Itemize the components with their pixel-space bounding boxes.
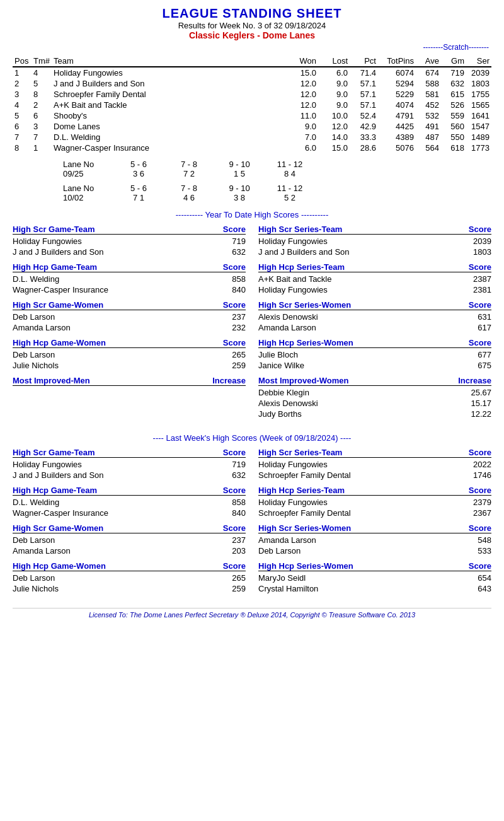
cell-totpins: 6074 — [378, 67, 416, 78]
score-category-label: High Scr Series-Team — [258, 224, 342, 234]
standings-body: 1 4 Holiday Fungowies 15.0 6.0 71.4 6074… — [13, 67, 491, 153]
score-block-header: High Scr Series-WomenScore — [258, 523, 491, 533]
score-name: Holiday Fungowies — [258, 498, 460, 507]
score-value: 237 — [214, 535, 246, 545]
cell-won: 7.0 — [287, 132, 318, 143]
score-block-header: High Hcp Series-TeamScore — [258, 262, 491, 272]
score-name: Holiday Fungowies — [13, 460, 214, 469]
score-category-label: High Scr Series-Women — [258, 300, 351, 310]
cell-team: Dome Lanes — [52, 121, 287, 132]
score-value: 533 — [460, 546, 491, 556]
cell-ave: 581 — [416, 89, 441, 100]
score-block: High Scr Game-WomenScoreDeb Larson237Ama… — [13, 300, 246, 333]
score-category-label: High Hcp Series-Team — [258, 486, 345, 495]
lane-label-2: Lane No — [63, 183, 113, 193]
score-name: Deb Larson — [258, 546, 460, 556]
score-block-header: Most Improved-MenIncrease — [13, 376, 246, 386]
standings-table: Pos Tm# Team Won Lost Pct TotPins Ave Gm… — [13, 55, 491, 153]
cell-ave: 452 — [416, 100, 441, 110]
score-name: Schroepfer Family Dental — [258, 508, 460, 518]
score-name: Deb Larson — [13, 535, 214, 545]
cell-pos: 5 — [13, 110, 32, 121]
score-name: Deb Larson — [13, 312, 214, 322]
score-row: J and J Builders and Son632 — [13, 247, 246, 257]
score-block: High Hcp Game-WomenScoreDeb Larson265Jul… — [13, 338, 246, 371]
cell-ave: 491 — [416, 121, 441, 132]
score-name: Amanda Larson — [13, 323, 214, 332]
score-name: Amanda Larson — [258, 535, 460, 545]
score-block: High Scr Series-TeamScoreHoliday Fungowi… — [258, 448, 491, 480]
cell-totpins: 5076 — [378, 143, 416, 153]
cell-lost: 9.0 — [318, 89, 350, 100]
cell-team: Holiday Fungowies — [52, 67, 287, 78]
cell-gm: 559 — [441, 110, 466, 121]
score-block: High Hcp Series-TeamScoreA+K Bait and Ta… — [258, 262, 491, 295]
table-row: 7 7 D.L. Welding 7.0 14.0 33.3 4389 487 … — [13, 132, 491, 143]
cell-won: 9.0 — [287, 121, 318, 132]
footer: Licensed To: The Dome Lanes Perfect Secr… — [13, 608, 491, 619]
cell-ser: 1803 — [466, 78, 491, 89]
col-lost: Lost — [318, 55, 350, 67]
cell-team: Wagner-Casper Insurance — [52, 143, 287, 153]
score-name: Judy Borths — [258, 409, 460, 419]
cell-pct: 28.6 — [350, 143, 378, 153]
cell-lost: 9.0 — [318, 100, 350, 110]
score-block-header: High Hcp Game-WomenScore — [13, 561, 246, 571]
score-value: 548 — [460, 535, 491, 545]
score-block: High Scr Series-TeamScoreHoliday Fungowi… — [258, 224, 491, 257]
cell-pct: 57.1 — [350, 78, 378, 89]
score-row: Amanda Larson232 — [13, 322, 246, 333]
score-name: Julie Nichols — [13, 361, 214, 370]
cell-team: Schroepfer Family Dental — [52, 89, 287, 100]
cell-won: 15.0 — [287, 67, 318, 78]
col-team: Team — [52, 55, 287, 67]
score-name: Julie Nichols — [13, 584, 214, 593]
score-value: 1746 — [460, 470, 491, 480]
score-header-label: Score — [223, 262, 246, 272]
score-header-label: Score — [223, 338, 246, 347]
score-block: High Scr Series-WomenScoreAmanda Larson5… — [258, 523, 491, 556]
table-row: 1 4 Holiday Fungowies 15.0 6.0 71.4 6074… — [13, 67, 491, 78]
score-category-label: Most Improved-Men — [13, 376, 90, 385]
col-pos: Pos — [13, 55, 32, 67]
score-name: J and J Builders and Son — [258, 247, 460, 257]
score-category-label: High Hcp Series-Women — [258, 338, 353, 347]
score-value: 858 — [214, 274, 246, 284]
scores-right-col: High Scr Series-TeamScoreHoliday Fungowi… — [258, 448, 491, 599]
cell-team: Shooby's — [52, 110, 287, 121]
score-category-label: High Scr Series-Team — [258, 448, 342, 457]
lane-col1-2: 5 - 6 — [113, 183, 164, 193]
lane-val4-1: 8 4 — [265, 169, 315, 178]
score-category-label: High Scr Game-Team — [13, 448, 95, 457]
score-block: High Scr Game-TeamScoreHoliday Fungowies… — [13, 224, 246, 257]
score-category-label: High Hcp Series-Women — [258, 561, 353, 571]
cell-won: 12.0 — [287, 100, 318, 110]
cell-tm: 3 — [32, 121, 52, 132]
cell-pct: 71.4 — [350, 67, 378, 78]
table-row: 3 8 Schroepfer Family Dental 12.0 9.0 57… — [13, 89, 491, 100]
lane-data-row-1: 09/25 3 6 7 2 1 5 8 4 — [63, 169, 315, 178]
score-header-label: Score — [223, 523, 246, 533]
score-value: 203 — [214, 546, 246, 556]
cell-totpins: 4425 — [378, 121, 416, 132]
score-block-header: High Scr Series-TeamScore — [258, 448, 491, 458]
cell-team: A+K Bait and Tackle — [52, 100, 287, 110]
score-row: Alexis Denowski631 — [258, 312, 491, 322]
cell-totpins: 5294 — [378, 78, 416, 89]
lane-val1-1: 3 6 — [113, 169, 164, 178]
cell-team: D.L. Welding — [52, 132, 287, 143]
lane-data-row-2: 10/02 7 1 4 6 3 8 5 2 — [63, 193, 315, 202]
cell-ser: 1641 — [466, 110, 491, 121]
score-header-label: Score — [223, 224, 246, 234]
lane-col4-2: 11 - 12 — [265, 183, 315, 193]
score-value: 232 — [214, 323, 246, 332]
cell-pct: 33.3 — [350, 132, 378, 143]
score-block: Most Improved-MenIncrease — [13, 376, 246, 386]
lane-label-1: Lane No — [63, 160, 113, 169]
score-name: MaryJo Seidl — [258, 573, 460, 583]
score-header-label: Increase — [458, 376, 491, 385]
col-totpins: TotPins — [378, 55, 416, 67]
lane-date-1: 09/25 — [63, 169, 113, 178]
score-row: Holiday Fungowies719 — [13, 236, 246, 247]
score-row: Alexis Denowski15.17 — [258, 398, 491, 409]
